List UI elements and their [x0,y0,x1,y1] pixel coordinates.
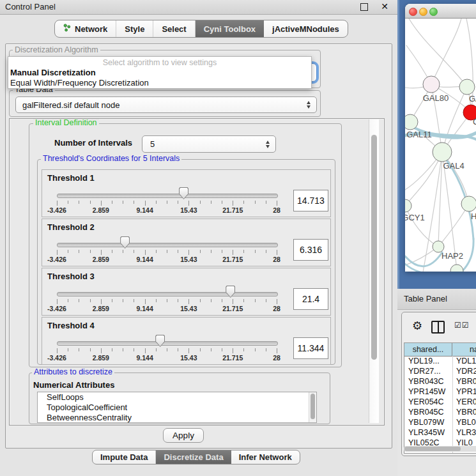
discretization-algorithm-title: Discretization Algorithm [13,46,100,54]
threshold-4-value[interactable]: 11.344 [293,337,328,359]
tick-mark [101,348,102,353]
network-edge[interactable] [409,19,467,87]
tab-infer-network[interactable]: Infer Network [231,450,300,464]
network-window-titlebar[interactable] [405,4,476,19]
tick-mark [243,250,244,253]
tick-label: 15.43 [174,206,203,214]
window-minimize-icon[interactable] [419,8,427,16]
tick-label: 15.43 [174,354,203,362]
tick-mark [112,299,112,302]
tick-mark [243,299,244,302]
algorithm-item-equal-width[interactable]: Equal Width/Frequency Discretization [8,78,311,88]
tab-network-label: Network [75,24,107,34]
tab-style[interactable]: Style [116,20,153,37]
float-window-icon[interactable] [360,3,368,11]
threshold-3-slider[interactable]: -3.4262.8599.14415.4321.71528 [42,268,330,315]
network-view-window: GAL80GACGAL11GAL4GCY1HHAP2 [405,4,476,272]
tick-label: 21.715 [219,256,247,263]
slider-track[interactable] [57,243,278,247]
network-graph: GAL80GACGAL11GAL4GCY1HHAP2 [405,19,476,272]
horizontal-scrollbar[interactable] [404,446,476,452]
threshold-1-slider[interactable]: -3.4262.8599.14415.4321.71528 [42,170,330,217]
attributes-scrollbar[interactable] [309,392,316,422]
network-node[interactable] [423,76,440,93]
tick-mark [266,348,266,351]
tick-mark [266,250,266,253]
columns-icon[interactable] [431,321,445,334]
tick-mark [167,250,167,253]
table-row[interactable]: YPR145WYPR1 [404,387,476,397]
control-panel-title: Control Panel [5,2,56,12]
node-label: GAL4 [443,161,464,171]
table-row[interactable]: YBL079WYBL0 [404,417,476,427]
threshold-3-value[interactable]: 21.4 [293,288,328,310]
network-edge[interactable] [405,252,442,266]
gear-icon[interactable]: ⚙ [412,319,422,332]
scrollbar-thumb[interactable] [371,135,377,360]
tick-mark [156,299,157,302]
screen: Control Panel ✕ Network Style Select [0,0,476,476]
table-row[interactable]: YER054CYER0 [404,397,476,407]
column-header-shared-name[interactable]: shared... [404,343,452,356]
table-row[interactable]: YDL19...YDL1 [404,356,476,366]
network-node[interactable] [461,196,476,211]
tab-cyni-toolbox[interactable]: Cyni Toolbox [196,20,264,37]
algorithm-item-manual[interactable]: Manual Discretization [8,68,311,78]
tab-jactivemnodules[interactable]: jActiveMNodules [264,20,348,37]
network-edge[interactable] [423,152,442,272]
tab-select[interactable]: Select [153,20,195,37]
slider-track[interactable] [57,292,278,296]
tick-mark [266,201,266,204]
algorithm-prompt-item[interactable]: Select algorithm to view settings [8,57,311,68]
close-icon[interactable]: ✕ [381,1,388,12]
threshold-2-value[interactable]: 6.316 [293,239,328,261]
scrollbar-thumb[interactable] [404,447,461,451]
network-node[interactable] [433,142,452,162]
tick-mark [188,299,189,304]
column-header-name[interactable]: na [452,343,476,356]
tab-discretize-data-label: Discretize Data [164,452,223,462]
window-zoom-icon[interactable] [429,8,438,16]
attribute-item[interactable]: SelfLoops [38,392,316,403]
numerical-attributes-list[interactable]: SelfLoopsTopologicalCoefficientBetweenne… [37,392,317,423]
table-data-combo[interactable]: galFiltered.sif default node [15,96,317,113]
tab-discretize-data[interactable]: Discretize Data [156,450,231,464]
window-close-icon[interactable] [409,8,417,16]
tick-mark [222,250,222,253]
tab-network[interactable]: Network [55,20,116,37]
table-row[interactable]: YBR045CYBR0 [404,407,476,417]
threshold-4-slider[interactable]: -3.4262.8599.14415.4321.71528 [42,318,330,364]
attribute-item[interactable]: TopologicalCoefficient [38,403,316,413]
threshold-1-value[interactable]: 14.713 [293,190,328,211]
apply-button[interactable]: Apply [163,428,204,443]
tick-mark [90,201,91,204]
number-of-intervals-label: Number of Intervals [54,138,132,148]
table-panel-titlebar: Table Panel [397,289,476,310]
table-row[interactable]: YBR043CYBR0 [404,376,476,387]
number-of-intervals-combo[interactable]: 5 [142,135,276,153]
network-canvas[interactable]: GAL80GACGAL11GAL4GCY1HHAP2 [405,19,476,272]
checkbox-icons[interactable]: ☑☑ [454,321,470,330]
tick-mark [188,250,189,255]
vertical-scrollbar[interactable] [369,119,379,423]
node-label: GCY1 [405,213,425,222]
attribute-item[interactable]: BetweennessCentrality [38,413,316,423]
tick-mark [156,250,157,253]
network-node[interactable] [405,114,418,130]
slider-track[interactable] [57,341,278,346]
threshold-2-slider[interactable]: -3.4262.8599.14415.4321.71528 [42,219,330,266]
scrollbar-thumb[interactable] [311,394,315,419]
tick-mark [68,299,68,302]
tab-impute-data[interactable]: Impute Data [93,450,156,464]
tick-mark [134,201,134,204]
network-node[interactable] [459,79,475,95]
network-node[interactable] [405,199,411,212]
table-row[interactable]: YDR27...YDR2 [404,366,476,376]
tick-mark [277,299,277,304]
tick-label: 2.859 [87,256,115,263]
table-row[interactable]: YLR345WYLR3 [404,427,476,438]
slider-track[interactable] [57,194,278,198]
tick-label: 2.859 [87,206,115,214]
tick-mark [79,201,79,204]
network-node[interactable] [450,265,463,272]
